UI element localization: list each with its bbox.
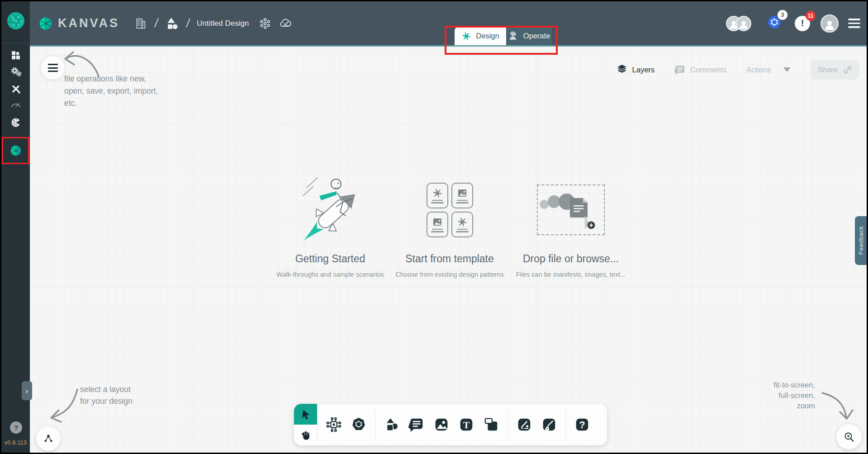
design-name-label[interactable]: Untitled Design xyxy=(197,19,249,28)
cloud-saved-icon xyxy=(279,16,293,31)
note-icon xyxy=(483,416,500,433)
canvas-action-bar: Layers Comments Actions Share xyxy=(616,60,859,80)
header-menu-button[interactable] xyxy=(846,17,862,30)
annotation-select-layout: select a layout for your design xyxy=(80,383,133,407)
pinwheel-icon xyxy=(457,217,468,227)
chevron-down-icon xyxy=(783,67,791,72)
rail-divider xyxy=(1,43,30,43)
sidebar-item-extensions[interactable] xyxy=(1,114,30,132)
tool-shapes[interactable] xyxy=(383,416,401,434)
actions-label: Actions xyxy=(746,66,771,74)
sidebar-item-configuration[interactable] xyxy=(1,80,30,98)
dashboard-icon xyxy=(10,50,22,61)
tool-pen[interactable] xyxy=(515,416,533,434)
template-thumb-image-2 xyxy=(427,212,448,237)
drop-zone[interactable] xyxy=(537,184,605,235)
pen-icon xyxy=(516,416,533,433)
tool-components[interactable] xyxy=(325,416,343,434)
design-canvas[interactable]: file operations like new, open, save, ex… xyxy=(30,47,867,453)
layers-icon xyxy=(616,64,628,76)
share-button[interactable]: Share xyxy=(811,60,859,80)
extensions-icon xyxy=(9,116,22,129)
tab-operate-label: Operate xyxy=(523,32,550,40)
comments-label: Comments xyxy=(690,66,726,74)
actions-dropdown[interactable]: Actions xyxy=(746,66,791,74)
cursor-icon xyxy=(300,408,312,420)
svg-text:T: T xyxy=(463,420,470,430)
operate-person-icon xyxy=(508,31,519,42)
feedback-tab[interactable]: Feedback xyxy=(855,216,867,265)
pinwheel-icon xyxy=(432,188,443,199)
person-icon xyxy=(823,18,836,32)
canvas-toolbar: T xyxy=(294,404,607,445)
kubernetes-icon xyxy=(350,416,367,433)
organization-building-icon xyxy=(134,17,147,30)
layers-toggle[interactable]: Layers xyxy=(616,64,655,76)
link-icon xyxy=(843,65,852,74)
layout-select-button[interactable] xyxy=(36,426,61,451)
tool-image[interactable] xyxy=(432,416,451,434)
comment-icon xyxy=(408,416,425,433)
app-header: KANVAS / xyxy=(30,1,867,47)
mode-tabs: Design Operate xyxy=(455,27,552,45)
tab-design[interactable]: Design xyxy=(455,27,506,45)
tool-help[interactable]: ? xyxy=(573,416,591,434)
sidebar-item-kanvas[interactable] xyxy=(1,142,30,160)
hand-icon xyxy=(300,430,311,440)
save-status-button[interactable] xyxy=(279,16,293,31)
text-icon: T xyxy=(458,416,475,433)
designs-button[interactable] xyxy=(166,17,179,30)
meshery-logo-icon[interactable] xyxy=(6,11,25,30)
notifications-button[interactable]: ! 11 xyxy=(795,16,810,31)
kanvas-brand[interactable]: KANVAS xyxy=(38,16,119,31)
user-avatar[interactable] xyxy=(821,14,839,33)
template-thumb-image xyxy=(451,183,473,208)
tools-icon xyxy=(9,83,22,95)
tool-kubernetes[interactable] xyxy=(350,416,368,434)
pencil-sketch-icon xyxy=(541,416,558,433)
card-title: Drop file or browse... xyxy=(496,253,645,265)
help-button[interactable]: ? xyxy=(10,421,22,434)
kanvas-hexagon-icon xyxy=(9,144,22,157)
tool-text[interactable]: T xyxy=(457,416,475,434)
tool-select[interactable] xyxy=(294,404,317,425)
design-pinwheel-icon xyxy=(461,31,471,41)
collaborator-avatar-2 xyxy=(736,16,751,31)
design-configuration-button[interactable] xyxy=(259,17,271,30)
tool-pan[interactable] xyxy=(294,425,317,445)
drop-file-card[interactable]: Drop file or browse... Files can be mani… xyxy=(496,174,645,278)
tool-sketch[interactable] xyxy=(540,416,558,434)
shapes-icon xyxy=(383,416,400,433)
tool-note[interactable] xyxy=(482,416,500,434)
kubernetes-count-badge: 3 xyxy=(778,10,787,20)
chip-icon xyxy=(325,416,342,433)
sidebar-item-lifecycle[interactable] xyxy=(1,63,30,81)
file-menu-button[interactable] xyxy=(41,56,65,80)
organization-button[interactable] xyxy=(134,17,147,30)
breadcrumb-separator-2: / xyxy=(185,16,190,30)
breadcrumb-separator: / xyxy=(154,16,159,30)
gears-icon xyxy=(9,66,22,78)
sidebar-expand-chevron[interactable]: › xyxy=(22,381,32,400)
zoom-controls-button[interactable] xyxy=(836,424,862,449)
tool-comment[interactable] xyxy=(408,416,426,434)
annotation-zoom-controls: fit-to-screen, full-screen, zoom xyxy=(773,380,815,411)
sidebar-item-dashboard[interactable] xyxy=(1,47,30,65)
image-icon xyxy=(456,188,468,199)
annotation-file-operations: file operations like new, open, save, ex… xyxy=(64,73,158,109)
component-tools-group xyxy=(318,416,375,434)
kanvas-app-window: ? v0.8.113 › KANVAS xyxy=(0,0,868,454)
node-cluster-icon xyxy=(259,17,271,30)
image-icon xyxy=(432,217,443,227)
sidebar-item-performance[interactable] xyxy=(1,95,30,114)
kubernetes-context-button[interactable]: 3 xyxy=(765,14,783,33)
template-thumb-design xyxy=(427,183,448,208)
collaborator-avatars[interactable] xyxy=(726,16,751,31)
drawing-tools-group xyxy=(508,416,565,434)
brand-name: KANVAS xyxy=(58,16,119,30)
notification-count-badge: 11 xyxy=(806,11,816,21)
question-icon: ? xyxy=(574,416,591,433)
kanvas-logo-icon xyxy=(38,16,53,31)
tab-operate[interactable]: Operate xyxy=(506,27,552,45)
comments-toggle[interactable]: Comments xyxy=(674,64,726,76)
